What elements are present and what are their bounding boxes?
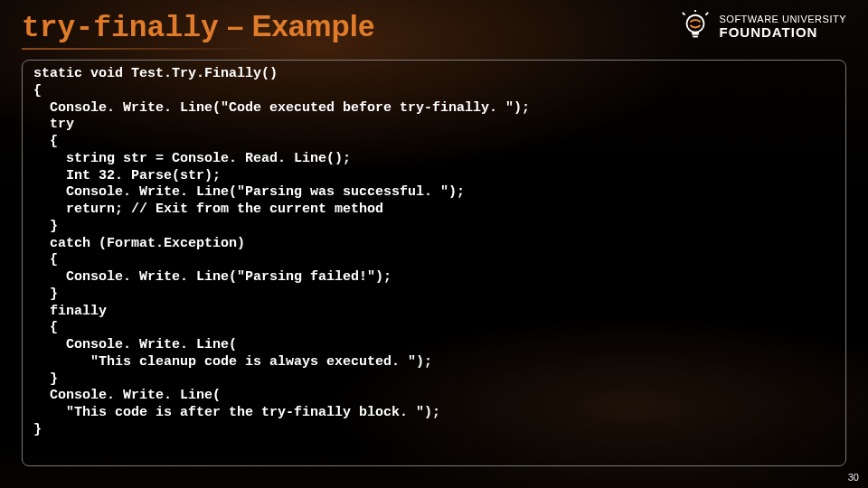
lightbulb-icon [678,10,712,44]
svg-line-3 [705,13,708,15]
slide-title: try-finally – Example [22,9,374,45]
code-block: static void Test.Try.Finally() { Console… [22,60,846,466]
page-number: 30 [848,472,859,483]
title-row: try-finally – Example SOFTWARE UNIVERSIT… [22,9,846,45]
svg-line-2 [682,13,684,15]
title-underline [22,48,293,50]
brand-line2: FOUNDATION [720,25,847,40]
brand-logo: SOFTWARE UNIVERSITY FOUNDATION [678,10,847,44]
title-code: try-finally [22,12,219,45]
title-rest: Example [252,9,375,42]
brand-text: SOFTWARE UNIVERSITY FOUNDATION [720,14,847,39]
svg-point-0 [686,15,703,33]
title-separator: – [219,9,252,42]
